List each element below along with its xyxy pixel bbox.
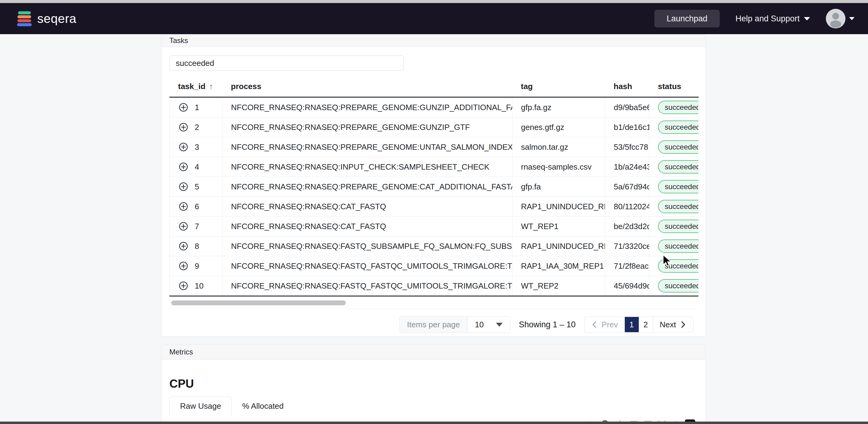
seqera-logo-icon	[17, 10, 32, 27]
status-cell: succeeded	[649, 256, 699, 276]
sort-ascending-icon: ↑	[209, 82, 213, 91]
hash-cell: 80/112024	[605, 197, 649, 217]
expand-row-icon[interactable]	[178, 241, 189, 251]
column-header-status[interactable]: status	[649, 78, 699, 97]
status-cell: succeeded	[649, 236, 699, 256]
top-navbar: seqera Launchpad Help and Support	[0, 3, 868, 34]
window-top-edge	[0, 0, 868, 3]
showing-range-text: Showing 1 – 10	[519, 320, 576, 329]
process-cell: NFCORE_RNASEQ:RNASEQ:FASTQ_FASTQC_UMITOO…	[222, 256, 513, 276]
items-per-page-control: Items per page 10	[400, 316, 510, 333]
table-row: 8NFCORE_RNASEQ:RNASEQ:FASTQ_SUBSAMPLE_FQ…	[170, 236, 699, 256]
chevron-down-icon	[849, 17, 855, 20]
person-icon	[826, 9, 845, 28]
tag-cell: WT_REP2	[513, 276, 605, 296]
table-row: 2NFCORE_RNASEQ:RNASEQ:PREPARE_GENOME:GUN…	[170, 118, 699, 137]
status-badge: succeeded	[658, 239, 699, 253]
status-cell: succeeded	[649, 217, 699, 236]
status-cell: succeeded	[649, 97, 699, 118]
task-id-cell: 9	[170, 256, 222, 276]
chevron-left-icon	[591, 321, 598, 328]
column-header-task-id[interactable]: task_id↑	[170, 78, 222, 97]
launchpad-button[interactable]: Launchpad	[654, 10, 720, 28]
next-page-button[interactable]: Next	[653, 317, 693, 332]
expand-row-icon[interactable]	[178, 261, 189, 271]
process-cell: NFCORE_RNASEQ:RNASEQ:INPUT_CHECK:SAMPLES…	[222, 157, 513, 177]
task-id-value: 7	[195, 222, 199, 231]
column-header-process[interactable]: process	[222, 78, 513, 97]
hash-cell: be/2d3d2d	[605, 217, 649, 236]
page-button-2[interactable]: 2	[639, 317, 653, 332]
task-id-cell: 6	[170, 197, 222, 217]
horizontal-scrollbar[interactable]	[169, 300, 698, 305]
items-per-page-select[interactable]: 10	[468, 317, 510, 332]
task-id-cell: 4	[170, 157, 222, 177]
task-id-value: 9	[195, 261, 199, 271]
task-id-value: 8	[195, 241, 199, 251]
tag-cell: RAP1_IAA_30M_REP1	[513, 256, 605, 276]
hash-cell: 53/5fcc78	[605, 137, 649, 157]
table-row: 3NFCORE_RNASEQ:RNASEQ:PREPARE_GENOME:UNT…	[170, 137, 699, 157]
tag-cell: rnaseq-samples.csv	[513, 157, 605, 177]
process-cell: NFCORE_RNASEQ:RNASEQ:PREPARE_GENOME:UNTA…	[222, 137, 513, 157]
expand-row-icon[interactable]	[178, 182, 189, 192]
column-header-tag[interactable]: tag	[513, 78, 605, 97]
seqera-logo[interactable]: seqera	[17, 10, 76, 27]
status-cell: succeeded	[649, 157, 699, 177]
tag-cell: RAP1_UNINDUCED_REP2	[513, 197, 605, 217]
expand-row-icon[interactable]	[178, 122, 189, 132]
task-id-value: 3	[195, 142, 199, 152]
task-id-cell: 1	[170, 97, 222, 118]
status-cell: succeeded	[649, 197, 699, 217]
mouse-cursor	[662, 254, 674, 269]
table-row: 5NFCORE_RNASEQ:RNASEQ:PREPARE_GENOME:CAT…	[170, 177, 699, 197]
task-id-value: 2	[195, 123, 199, 132]
chevron-down-icon	[496, 323, 503, 327]
page-button-1[interactable]: 1	[625, 317, 639, 332]
task-id-cell: 10	[170, 276, 222, 296]
table-row: 4NFCORE_RNASEQ:RNASEQ:INPUT_CHECK:SAMPLE…	[170, 157, 699, 177]
horizontal-scrollbar-thumb[interactable]	[171, 300, 346, 305]
status-badge: succeeded	[658, 200, 699, 213]
help-and-support-menu[interactable]: Help and Support	[736, 14, 810, 24]
tag-cell: salmon.tar.gz	[513, 137, 605, 157]
task-id-value: 1	[195, 103, 199, 112]
task-search-input[interactable]	[169, 56, 404, 71]
hash-cell: 45/694d9d	[605, 276, 649, 296]
tag-cell: genes.gtf.gz	[513, 118, 605, 137]
status-badge: succeeded	[658, 220, 699, 233]
table-row: 10NFCORE_RNASEQ:RNASEQ:FASTQ_FASTQC_UMIT…	[170, 276, 699, 296]
help-and-support-label: Help and Support	[736, 14, 800, 24]
task-id-value: 4	[195, 162, 199, 172]
tab-allocated[interactable]: % Allocated	[231, 396, 294, 416]
process-cell: NFCORE_RNASEQ:RNASEQ:PREPARE_GENOME:GUNZ…	[222, 118, 513, 137]
brand-name: seqera	[37, 12, 76, 25]
metrics-panel: Metrics CPU Raw Usage% Allocated	[161, 344, 706, 424]
expand-row-icon[interactable]	[178, 221, 189, 231]
status-cell: succeeded	[649, 276, 699, 296]
prev-page-button[interactable]: Prev	[585, 317, 624, 332]
expand-row-icon[interactable]	[178, 201, 189, 212]
metrics-panel-title: Metrics	[169, 348, 193, 356]
expand-row-icon[interactable]	[178, 142, 189, 152]
tasks-table: task_id↑ process tag hash status 1NFCORE…	[169, 78, 698, 296]
expand-row-icon[interactable]	[178, 162, 189, 172]
status-badge: succeeded	[658, 121, 699, 134]
task-id-value: 5	[195, 182, 199, 192]
task-id-cell: 2	[170, 118, 222, 137]
process-cell: NFCORE_RNASEQ:RNASEQ:PREPARE_GENOME:GUNZ…	[222, 97, 513, 118]
hash-cell: 71/3320ce	[605, 236, 649, 256]
user-menu[interactable]	[826, 9, 855, 28]
column-header-hash[interactable]: hash	[605, 78, 649, 97]
task-id-cell: 7	[170, 217, 222, 236]
status-badge: succeeded	[658, 160, 699, 173]
status-badge: succeeded	[658, 101, 699, 114]
process-cell: NFCORE_RNASEQ:RNASEQ:PREPARE_GENOME:CAT_…	[222, 177, 513, 197]
cpu-tabs: Raw Usage% Allocated	[169, 396, 698, 416]
chevron-right-icon	[680, 321, 686, 328]
status-cell: succeeded	[649, 118, 699, 137]
status-badge: succeeded	[658, 279, 699, 293]
tab-raw-usage[interactable]: Raw Usage	[169, 396, 231, 416]
expand-row-icon[interactable]	[178, 281, 189, 291]
expand-row-icon[interactable]	[178, 102, 189, 112]
